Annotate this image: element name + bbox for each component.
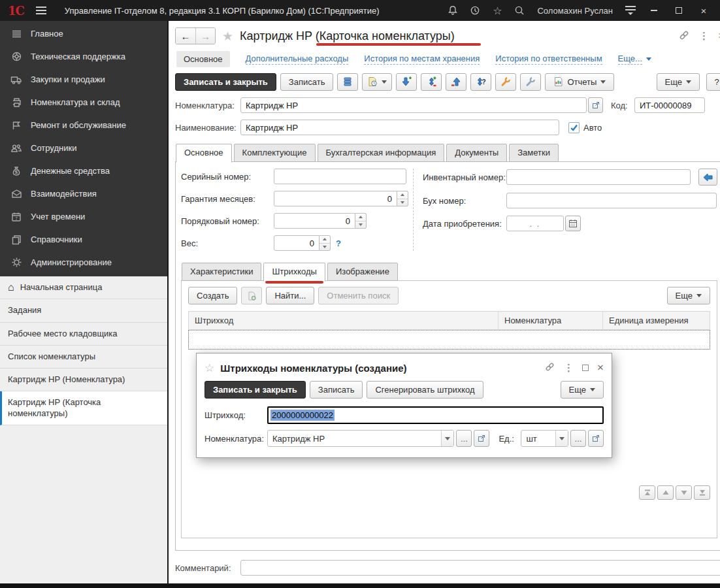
user-name[interactable]: Соломахин Руслан: [537, 6, 613, 16]
close-window-button[interactable]: ×: [693, 2, 715, 19]
spinner-buttons[interactable]: [319, 235, 331, 251]
ordinal-spinner[interactable]: 0: [274, 213, 367, 229]
sidebar-item-catalogs[interactable]: Справочники: [0, 228, 167, 251]
sidebar-item-employees[interactable]: Сотрудники: [0, 137, 167, 159]
dialog-save-button[interactable]: Записать: [310, 381, 363, 399]
auto-checkbox[interactable]: [568, 122, 580, 133]
structure-button[interactable]: [337, 73, 358, 91]
navlink-additional-costs[interactable]: Дополнительные расходы: [246, 54, 349, 65]
warranty-spinner[interactable]: 0: [274, 191, 408, 206]
unload-remove-button[interactable]: [446, 73, 466, 91]
find-button[interactable]: Найти...: [266, 287, 314, 304]
sidebar-item-interactions[interactable]: Взаимодействия: [0, 182, 167, 205]
go-up-button[interactable]: [657, 485, 674, 500]
navlink-storage-history[interactable]: История по местам хранения: [364, 54, 480, 65]
fill-arrow-button[interactable]: [698, 169, 717, 186]
dialog-link-icon[interactable]: [544, 361, 555, 374]
spinner-buttons[interactable]: [397, 191, 408, 206]
wrench-orange-button[interactable]: [495, 73, 516, 91]
account-number-input[interactable]: [506, 193, 717, 208]
sidebar-item-money[interactable]: Денежные средства: [0, 159, 167, 182]
unit-choose-button[interactable]: ...: [570, 430, 586, 447]
navlink-responsible-history[interactable]: История по ответственным: [495, 54, 602, 65]
copy-button[interactable]: [241, 287, 262, 304]
forward-button[interactable]: →: [195, 28, 215, 44]
reports-button[interactable]: Отчеты: [545, 73, 614, 91]
favorite-star-icon[interactable]: ★: [222, 29, 233, 44]
code-input[interactable]: ИТ-00000089: [634, 97, 705, 113]
search-icon[interactable]: [510, 2, 529, 19]
weight-help-link[interactable]: ?: [336, 238, 341, 248]
favorites-star-icon[interactable]: ☆: [487, 2, 507, 19]
dialog-kebab-icon[interactable]: ⋮: [564, 362, 574, 374]
dialog-maximize-icon[interactable]: [582, 363, 589, 373]
column-barcode[interactable]: Штрихкод: [189, 312, 499, 329]
tab-main[interactable]: Основное: [176, 144, 232, 163]
weight-spinner[interactable]: 0: [274, 235, 331, 251]
maximize-button[interactable]: [668, 2, 690, 19]
main-menu-icon[interactable]: [36, 7, 46, 14]
barcode-input[interactable]: 2000000000022: [267, 406, 604, 424]
dialog-save-close-button[interactable]: Записать и закрыть: [205, 381, 306, 399]
page-tasks[interactable]: Задания: [0, 299, 167, 322]
history-doc-button[interactable]: [362, 73, 392, 91]
service-menu-icon[interactable]: [621, 6, 640, 15]
unit-combo[interactable]: шт: [521, 430, 568, 447]
help-button[interactable]: ?: [706, 73, 720, 91]
updown-add-remove-button[interactable]: [421, 73, 442, 91]
spinner-buttons[interactable]: [355, 213, 367, 229]
nomenclature-open-button[interactable]: [474, 430, 489, 447]
history-icon[interactable]: [465, 2, 485, 19]
unit-open-button[interactable]: [588, 430, 604, 447]
sidebar-item-glavnoe[interactable]: Главное: [0, 22, 167, 45]
subtab-barcodes[interactable]: Штрихкоды: [263, 263, 325, 282]
dialog-star-icon[interactable]: ☆: [205, 361, 214, 375]
go-down-button[interactable]: [676, 485, 692, 500]
dropdown-icon[interactable]: [555, 431, 568, 446]
tab-components[interactable]: Комплектующие: [234, 144, 316, 162]
dialog-nomenclature-combo[interactable]: Картридж HP: [267, 430, 454, 447]
page-cartridge-card[interactable]: Картридж HP (Карточка номенклатуры): [0, 391, 167, 425]
sidebar-item-administration[interactable]: Администрирование: [0, 251, 167, 274]
back-button[interactable]: ←: [176, 28, 195, 44]
load-add-button[interactable]: [396, 73, 417, 91]
sidebar-item-tech-support[interactable]: Техническая поддержка: [0, 45, 167, 68]
go-last-button[interactable]: [694, 485, 710, 500]
kebab-menu-icon[interactable]: ⋮: [699, 30, 709, 42]
nomenclature-open-button[interactable]: [588, 97, 603, 113]
cancel-search-button[interactable]: Отменить поиск: [318, 287, 399, 304]
dropdown-icon[interactable]: [441, 431, 453, 446]
notifications-bell-icon[interactable]: [443, 2, 463, 19]
sidebar-item-purchases[interactable]: Закупки и продажи: [0, 68, 167, 91]
subtab-image[interactable]: Изображение: [327, 263, 398, 281]
page-storekeeper[interactable]: Рабочее место кладовщика: [0, 323, 167, 346]
name-input[interactable]: Картридж HP: [240, 120, 559, 135]
sidebar-item-nomenclature[interactable]: Номенклатура и склад: [0, 91, 167, 114]
create-button[interactable]: Создать: [188, 287, 237, 304]
page-nomenclature-list[interactable]: Список номенклатуры: [0, 346, 167, 368]
nomenclature-choose-button[interactable]: ...: [456, 430, 472, 447]
table-more-button[interactable]: Еще: [667, 287, 710, 304]
serial-input[interactable]: [274, 169, 406, 184]
date-picker-button[interactable]: [565, 216, 581, 231]
navlink-main[interactable]: Основное: [176, 51, 230, 67]
subtab-characteristics[interactable]: Характеристики: [182, 263, 261, 281]
tab-documents[interactable]: Документы: [446, 144, 507, 162]
tab-accounting[interactable]: Бухгалтерская информация: [318, 144, 445, 162]
save-button[interactable]: Записать: [280, 73, 334, 91]
updown-question-button[interactable]: ?: [470, 73, 491, 91]
comment-input[interactable]: [240, 560, 720, 576]
generate-barcode-button[interactable]: Сгенерировать штрихкод: [367, 381, 483, 399]
dialog-more-button[interactable]: Еще: [561, 381, 604, 399]
go-first-button[interactable]: [639, 485, 655, 500]
page-home[interactable]: ⌂ Начальная страница: [0, 276, 167, 299]
page-cartridge-item[interactable]: Картридж HP (Номенклатура): [0, 368, 167, 391]
column-unit[interactable]: Единица измерения: [603, 312, 710, 329]
sidebar-item-timetracking[interactable]: 7 Учет времени: [0, 205, 167, 228]
more-button[interactable]: Еще: [657, 73, 700, 91]
get-link-icon[interactable]: [678, 29, 690, 43]
wrench-gray-button[interactable]: [520, 73, 541, 91]
dialog-close-icon[interactable]: ×: [597, 361, 604, 374]
purchase-date-input[interactable]: . .: [506, 216, 564, 231]
sidebar-item-repair[interactable]: Ремонт и обслуживание: [0, 114, 167, 137]
